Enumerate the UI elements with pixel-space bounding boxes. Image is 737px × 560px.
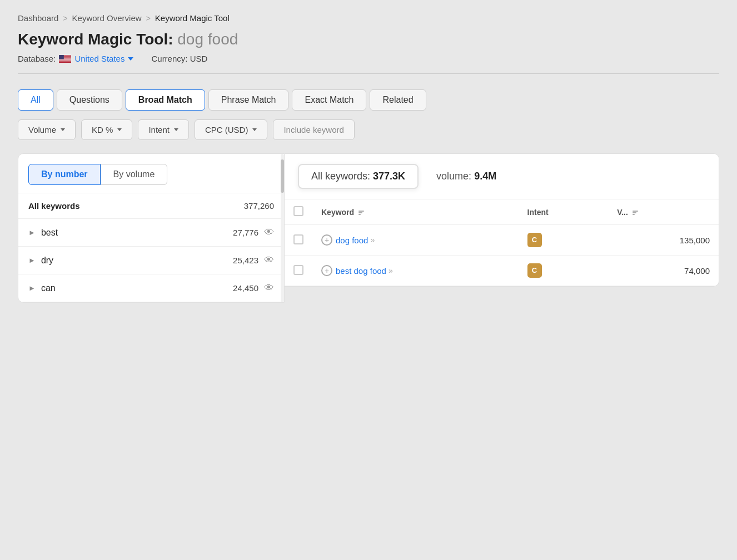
breadcrumb-dashboard[interactable]: Dashboard [18,13,58,23]
th-volume: V... [608,199,719,225]
svg-rect-4 [59,59,71,59]
breadcrumb-sep-1: > [63,14,67,23]
tab-exact-match[interactable]: Exact Match [292,89,366,111]
row2-add-button[interactable]: + [321,265,332,276]
summary-all-keywords: All keywords: 377.3K [298,164,419,189]
svg-rect-7 [59,55,64,59]
kw-group-best-left: ► best [28,228,58,238]
filter-intent[interactable]: Intent [138,119,189,140]
filter-include-label: Include keyword [283,125,343,134]
row2-keyword-content: + best dog food » [321,265,510,276]
kw-group-best-right: 27,776 👁 [233,227,274,238]
keyword-sort-icon[interactable] [358,211,364,215]
page-title: Keyword Magic Tool: dog food [18,31,719,48]
kw-group-best-count: 27,776 [233,228,258,237]
row1-add-button[interactable]: + [321,234,332,246]
kw-group-dry-right: 25,423 👁 [233,254,274,266]
summary-bar: All keywords: 377.3K volume: 9.4M [285,154,719,199]
th-checkbox[interactable] [285,199,312,225]
right-panel: All keywords: 377.3K volume: 9.4M [285,153,719,287]
filter-cpc[interactable]: CPC (USD) [195,119,268,140]
tab-related[interactable]: Related [370,89,426,111]
tab-all[interactable]: All [18,89,53,111]
database-selector[interactable]: Database: United States [18,54,133,63]
main-content: By number By volume All keywords 377,260… [18,153,719,303]
expand-can-icon[interactable]: ► [28,284,36,292]
summary-all-keywords-value: 377.3K [373,171,405,182]
row2-intent-badge: C [527,263,542,278]
toggle-row: By number By volume [18,154,284,193]
row1-volume-value: 135,000 [680,236,710,245]
kw-group-best-name: best [41,228,58,238]
kw-group-can-left: ► can [28,283,56,293]
summary-volume-label: volume: [436,171,471,182]
summary-volume-value: 9.4M [474,171,496,182]
filter-kd-label: KD % [92,125,113,134]
filter-include-keyword[interactable]: Include keyword [273,119,354,140]
keyword-group-can[interactable]: ► can 24,450 👁 [18,274,284,302]
keyword-group-best[interactable]: ► best 27,776 👁 [18,219,284,247]
kw-group-can-name: can [41,283,56,293]
us-flag-icon [59,55,71,63]
th-intent: Intent [519,199,609,225]
row2-arrow-icon[interactable]: » [389,266,393,275]
kw-group-dry-left: ► dry [28,256,53,266]
row2-intent-cell: C [519,256,609,286]
breadcrumb: Dashboard > Keyword Overview > Keyword M… [18,13,719,23]
summary-all-keywords-label: All keywords: [311,171,370,182]
toggle-by-number[interactable]: By number [28,164,101,185]
filters-row: Volume KD % Intent CPC (USD) Include key… [18,119,719,140]
svg-rect-6 [59,61,71,62]
row2-checkbox-cell[interactable] [285,256,312,286]
row1-keyword-content: + dog food » [321,234,510,246]
tab-phrase-match[interactable]: Phrase Match [208,89,289,111]
keyword-group-dry[interactable]: ► dry 25,423 👁 [18,247,284,274]
table-row: + dog food » C 135,000 [285,225,719,256]
filter-kd[interactable]: KD % [81,119,132,140]
all-keywords-row[interactable]: All keywords 377,260 [18,193,284,219]
expand-best-icon[interactable]: ► [28,228,36,237]
row1-keyword-link[interactable]: dog food [336,236,368,245]
database-country: United States [74,54,125,63]
left-panel: By number By volume All keywords 377,260… [18,153,285,303]
row2-checkbox[interactable] [293,265,303,275]
row1-arrow-icon[interactable]: » [370,236,375,244]
scroll-thumb[interactable] [281,159,284,193]
row2-keyword-cell: + best dog food » [312,256,519,286]
eye-best-icon[interactable]: 👁 [264,227,274,238]
volume-sort-icon[interactable] [633,211,638,215]
kw-group-dry-count: 25,423 [233,256,258,265]
kw-group-can-right: 24,450 👁 [233,282,274,294]
svg-rect-5 [59,60,71,61]
eye-dry-icon[interactable]: 👁 [264,254,274,266]
row1-volume-cell: 135,000 [608,225,719,256]
toggle-by-volume[interactable]: By volume [101,164,168,185]
scroll-bar [281,154,284,302]
breadcrumb-keyword-overview[interactable]: Keyword Overview [72,13,142,23]
row1-intent-badge: C [527,233,542,247]
th-keyword: Keyword [312,199,519,225]
expand-dry-icon[interactable]: ► [28,256,36,264]
row2-volume-value: 74,000 [684,266,710,276]
kw-group-dry-name: dry [41,256,53,266]
tabs-row: All Questions Broad Match Phrase Match E… [18,89,719,111]
filter-cpc-label: CPC (USD) [205,125,248,134]
database-label: Database: [18,54,56,63]
filter-volume[interactable]: Volume [18,119,76,140]
row2-keyword-link[interactable]: best dog food [336,266,386,276]
eye-can-icon[interactable]: 👁 [264,282,274,294]
header-checkbox[interactable] [293,206,303,216]
th-intent-label: Intent [527,208,549,217]
currency-label: Currency: USD [151,54,207,63]
chevron-down-icon [128,57,133,61]
tab-broad-match[interactable]: Broad Match [126,89,205,111]
row1-checkbox-cell[interactable] [285,225,312,256]
tab-questions[interactable]: Questions [57,89,122,111]
intent-caret-icon [174,128,178,131]
all-keywords-count: 377,260 [244,201,274,211]
summary-volume: volume: 9.4M [436,171,496,182]
row1-checkbox[interactable] [293,234,303,244]
database-value-link[interactable]: United States [74,54,133,63]
page-title-prefix: Keyword Magic Tool: [18,31,173,48]
all-keywords-label: All keywords [28,201,80,211]
